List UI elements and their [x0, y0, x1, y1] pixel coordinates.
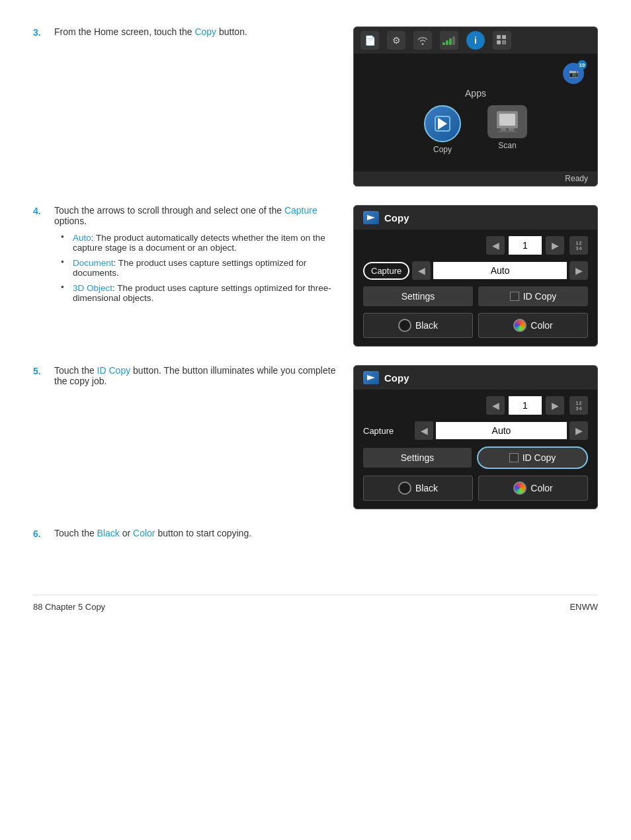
step-3-desc: From the Home screen, touch the Copy but… [54, 26, 340, 38]
step-5-screen: Copy ◀ 1 ▶ 1 2 3 4 [353, 365, 598, 509]
count-left-arrow-2[interactable]: ◀ [486, 396, 505, 415]
info-icon: i [466, 31, 485, 50]
settings-btn-1[interactable]: Settings [363, 286, 473, 306]
svg-rect-11 [499, 114, 515, 126]
step-3-inner: 3. From the Home screen, touch the Copy … [33, 26, 340, 38]
step-3-screen: 📄 ⚙ [353, 26, 598, 187]
step-4-screen: Copy ◀ 1 ▶ 1 2 3 4 [353, 205, 598, 347]
capture-link: Capture [284, 205, 317, 216]
count-box-2: 1 [509, 396, 542, 415]
step-4-left: 4. Touch the arrows to scroll through an… [33, 205, 340, 347]
bottom-btns-2: Black Color [363, 476, 588, 501]
home-screen-body: 📷 19 Apps [354, 54, 597, 171]
color-label-2: Color [530, 483, 552, 493]
step-4-text-after: options. [54, 216, 87, 226]
step-3-text-after: button. [216, 26, 247, 37]
step-3-text-before: From the Home screen, touch the [54, 26, 194, 37]
bottom-btns-1: Black Color [363, 313, 588, 338]
copy-header-1: Copy [354, 206, 597, 230]
scan-app-item[interactable]: Scan [487, 105, 527, 154]
copy-app-label: Copy [433, 145, 452, 154]
home-screen-mockup: 📄 ⚙ [353, 26, 598, 187]
count-badge: 19 [577, 60, 587, 69]
black-circle-1 [398, 319, 411, 332]
auto-link: Auto [73, 233, 91, 243]
bullet-auto: Auto: The product automatically detects … [61, 233, 340, 253]
step-6-text-before: Touch the [54, 528, 97, 538]
notification-badge: 📷 19 [563, 63, 584, 84]
step-6-text-after: button to start copying. [155, 528, 252, 538]
grid-num-icon-1: 1 2 3 4 [569, 236, 588, 255]
color-btn-2[interactable]: Color [478, 476, 588, 501]
auto-value-1: Auto [433, 262, 567, 279]
step-3-number: 3. [33, 26, 50, 38]
step-4-number: 4. [33, 205, 50, 308]
settings-btn-2[interactable]: Settings [363, 448, 472, 468]
step-6-empty [353, 528, 598, 542]
id-copy-link: ID Copy [97, 365, 131, 376]
copy-app-icon [424, 105, 461, 142]
capture-right-arrow-1[interactable]: ▶ [569, 261, 588, 280]
black-label-1: Black [415, 320, 438, 331]
bullet-3d: 3D Object: The product uses capture sett… [61, 283, 340, 303]
copy-app-item[interactable]: Copy [424, 105, 461, 154]
3d-link: 3D Object [73, 283, 112, 293]
copy-icon-2 [363, 371, 379, 384]
doc-icon: 📄 [360, 31, 379, 50]
black-btn-2[interactable]: Black [363, 476, 473, 501]
capture-row-2: Capture ◀ Auto ▶ [363, 421, 588, 440]
count-row-1: ◀ 1 ▶ 1 2 3 4 [363, 236, 588, 255]
count-right-arrow-2[interactable]: ▶ [546, 396, 564, 415]
step-4-desc: Touch the arrows to scroll through and s… [54, 205, 340, 308]
copy-title-2: Copy [384, 372, 409, 384]
capture-label-outlined-1[interactable]: Capture [363, 262, 409, 280]
id-copy-btn-2[interactable]: ID Copy [477, 446, 588, 469]
color-btn-1[interactable]: Color [478, 313, 588, 338]
scan-app-icon [487, 105, 527, 138]
step-5-number: 5. [33, 365, 50, 386]
step-4-inner: 4. Touch the arrows to scroll through an… [33, 205, 340, 308]
black-circle-2 [398, 482, 411, 495]
bullet-document: Document: The product uses capture setti… [61, 258, 340, 278]
app-icons-row: Copy [367, 105, 584, 154]
capture-left-arrow-2[interactable]: ◀ [415, 421, 433, 440]
step-5-text-before: Touch the [54, 365, 97, 376]
grid-num-icon-2: 1 2 3 4 [569, 396, 588, 415]
step-5-desc: Touch the ID Copy button. The button ill… [54, 365, 340, 386]
svg-rect-8 [503, 42, 505, 43]
copy-body-2: ◀ 1 ▶ 1 2 3 4 Capture ◀ [354, 390, 597, 509]
grid-icon [493, 31, 511, 50]
id-copy-btn-1[interactable]: ID Copy [478, 286, 588, 306]
color-link: Color [133, 528, 155, 538]
capture-left-arrow-1[interactable]: ◀ [412, 261, 431, 280]
svg-rect-3 [452, 36, 455, 45]
step-4-bullets: Auto: The product automatically detects … [61, 233, 340, 303]
gear-icon: ⚙ [387, 31, 405, 50]
step-6-inner: 6. Touch the Black or Color button to st… [33, 528, 340, 539]
copy-screen-2: Copy ◀ 1 ▶ 1 2 3 4 [353, 365, 598, 509]
home-top-bar: 📄 ⚙ [354, 27, 597, 54]
capture-right-arrow-2[interactable]: ▶ [569, 421, 588, 440]
count-box-1: 1 [509, 236, 542, 255]
step-6-left: 6. Touch the Black or Color button to st… [33, 528, 340, 542]
page-footer: 88 Chapter 5 Copy ENWW [33, 595, 598, 612]
count-left-arrow-1[interactable]: ◀ [486, 236, 505, 255]
step-5-section: 5. Touch the ID Copy button. The button … [33, 365, 598, 509]
step-4-section: 4. Touch the arrows to scroll through an… [33, 205, 598, 347]
copy-header-2: Copy [354, 366, 597, 390]
svg-rect-4 [497, 35, 501, 39]
step-3-section: 3. From the Home screen, touch the Copy … [33, 26, 598, 187]
step-6-desc: Touch the Black or Color button to start… [54, 528, 340, 539]
step-5-inner: 5. Touch the ID Copy button. The button … [33, 365, 340, 386]
footer-left: 88 Chapter 5 Copy [33, 602, 105, 612]
black-btn-1[interactable]: Black [363, 313, 473, 338]
copy-icon-1 [363, 211, 379, 224]
id-copy-checkbox-2 [509, 453, 519, 462]
svg-rect-0 [442, 42, 445, 45]
black-link: Black [97, 528, 120, 538]
svg-rect-5 [502, 35, 506, 39]
capture-row-1: Capture ◀ Auto ▶ [363, 261, 588, 280]
count-right-arrow-1[interactable]: ▶ [546, 236, 564, 255]
svg-rect-14 [498, 131, 517, 132]
color-label-1: Color [530, 320, 552, 331]
